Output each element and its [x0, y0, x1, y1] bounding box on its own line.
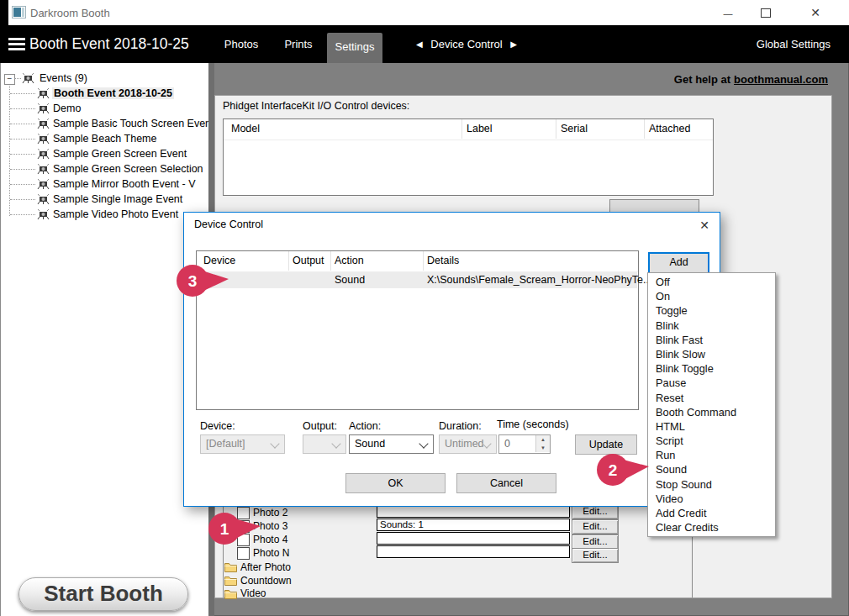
edit-button-photo-n[interactable]: Edit... [572, 548, 619, 563]
tree-item-beach-theme[interactable]: Sample Beach Theme [0, 131, 208, 146]
tree-item-video-photo[interactable]: Sample Video Photo Event [0, 207, 208, 222]
background-divider-line [692, 535, 693, 598]
cancel-button[interactable]: Cancel [456, 473, 556, 493]
photo-2-field[interactable] [377, 505, 570, 518]
menu-item-clear-credits[interactable]: Clear Credits [648, 520, 775, 534]
edit-button-photo-3[interactable]: Edit... [572, 519, 619, 534]
col-output: Output [293, 255, 324, 266]
screen-corner [0, 0, 8, 25]
duration-select[interactable]: Untimed [439, 434, 497, 454]
action-select[interactable]: Sound [349, 434, 434, 454]
callout-1: 1 [208, 511, 262, 546]
folder-video[interactable]: Video [240, 587, 266, 599]
time-spinner[interactable]: 0 ▲ ▼ [498, 434, 551, 454]
menu-item-blink[interactable]: Blink [648, 319, 775, 333]
checkbox-photo-n[interactable] [237, 547, 250, 560]
output-select[interactable] [303, 434, 346, 454]
menu-item-stop-sound[interactable]: Stop Sound [648, 477, 775, 492]
time-value: 0 [504, 438, 510, 450]
close-button[interactable]: ✕ [790, 0, 841, 25]
tab-photos[interactable]: Photos [217, 25, 266, 63]
menu-item-sound[interactable]: Sound [648, 462, 775, 476]
folder-icon [224, 588, 237, 599]
pager-right-icon[interactable]: ▶ [510, 39, 517, 49]
menu-item-toggle[interactable]: Toggle [648, 303, 775, 318]
event-icon [37, 87, 50, 99]
photo-3-field[interactable]: Sounds: 1 [377, 519, 570, 531]
menu-item-run[interactable]: Run [648, 448, 775, 462]
tab-settings[interactable]: Settings [327, 33, 382, 63]
tab-prints[interactable]: Prints [276, 25, 321, 63]
title-bar: Darkroom Booth — ✕ [0, 0, 849, 26]
event-icon [37, 163, 50, 175]
menu-item-add-credit[interactable]: Add Credit [648, 506, 775, 520]
tree-item-green-selection[interactable]: Sample Green Screen Selection [0, 161, 208, 176]
spinner-down-button[interactable]: ▼ [535, 444, 550, 452]
pager-left-icon[interactable]: ◀ [416, 39, 423, 49]
photo-n-field[interactable] [377, 545, 570, 558]
dialog-close-button[interactable]: ✕ [695, 217, 714, 234]
help-link[interactable]: boothmanual.com [734, 73, 828, 86]
add-button[interactable]: Add [648, 252, 709, 274]
up-arrow-icon: ▲ [541, 437, 546, 442]
phidget-device-table[interactable]: Model Label Serial Attached [223, 118, 714, 196]
app-icon [12, 6, 26, 18]
global-settings-link[interactable]: Global Settings [757, 25, 831, 63]
minimize-button[interactable]: — [709, 0, 747, 25]
settings-page-pager: ◀ Device Control ▶ [416, 25, 517, 63]
menu-item-blink-toggle[interactable]: Blink Toggle [648, 361, 775, 376]
event-icon [37, 193, 50, 205]
nav-event-title: Booth Event 2018-10-25 [29, 35, 189, 53]
row-details-value: X:\Sounds\Female_Scream_Horror-NeoPhyTe.… [427, 274, 651, 286]
ok-button[interactable]: OK [345, 473, 446, 493]
tree-item-booth-event[interactable]: Booth Event 2018-10-25 [0, 86, 208, 101]
close-icon: ✕ [699, 218, 709, 232]
menu-item-blink-fast[interactable]: Blink Fast [648, 333, 775, 347]
events-sidebar: − Events (9) Booth Event 2018-10-25 Demo… [0, 63, 208, 616]
photo-4-field[interactable] [377, 532, 570, 545]
chevron-down-icon [419, 439, 428, 448]
spinner-up-button[interactable]: ▲ [535, 435, 550, 444]
dialog-action-table[interactable]: Device Output Action Details Sound X:\So… [196, 250, 639, 410]
chevron-down-icon [331, 439, 340, 448]
col-details: Details [427, 255, 459, 266]
device-select[interactable]: [Default] [200, 434, 285, 454]
menu-item-off[interactable]: Off [648, 275, 775, 289]
menu-item-script[interactable]: Script [648, 434, 775, 448]
menu-item-booth-command[interactable]: Booth Command [648, 405, 775, 419]
device-label: Device: [200, 420, 235, 432]
callout-3: 3 [177, 263, 230, 298]
folder-icon [224, 575, 237, 586]
duration-label: Duration: [439, 420, 482, 432]
callout-number: 3 [188, 272, 198, 290]
menu-item-blink-slow[interactable]: Blink Slow [648, 347, 775, 361]
callout-number: 2 [609, 461, 618, 479]
checkbox-label: Photo N [253, 547, 289, 559]
minimize-icon: — [724, 8, 733, 18]
dialog-title: Device Control [194, 218, 263, 230]
menu-item-video[interactable]: Video [648, 492, 775, 506]
nav-bar: Booth Event 2018-10-25 Photos Prints Set… [0, 25, 849, 63]
folder-after-photo[interactable]: After Photo [240, 561, 291, 573]
tree-item-demo[interactable]: Demo [0, 101, 208, 116]
col-serial: Serial [561, 123, 588, 134]
tree-root-events[interactable]: Events (9) [0, 71, 208, 86]
dialog-table-header: Device Output Action Details [197, 251, 638, 272]
folder-countdown[interactable]: Countdown [240, 575, 292, 587]
event-icon [37, 178, 50, 190]
menu-item-pause[interactable]: Pause [648, 376, 775, 390]
close-icon: ✕ [810, 6, 820, 19]
maximize-button[interactable] [747, 0, 786, 25]
col-attached: Attached [649, 123, 690, 134]
menu-item-html[interactable]: HTML [648, 419, 775, 434]
start-booth-button[interactable]: Start Booth [18, 577, 188, 611]
tree-item-basic-touch[interactable]: Sample Basic Touch Screen Event [0, 116, 208, 131]
col-label: Label [467, 123, 493, 134]
menu-item-reset[interactable]: Reset [648, 391, 775, 405]
menu-item-on[interactable]: On [648, 289, 775, 303]
callout-number: 1 [220, 520, 229, 538]
tree-item-mirror-booth[interactable]: Sample Mirror Booth Event - V [0, 176, 208, 192]
tree-item-green-screen[interactable]: Sample Green Screen Event [0, 146, 208, 161]
tree-item-single-image[interactable]: Sample Single Image Event [0, 192, 208, 207]
time-label: Time (seconds) [497, 419, 569, 430]
